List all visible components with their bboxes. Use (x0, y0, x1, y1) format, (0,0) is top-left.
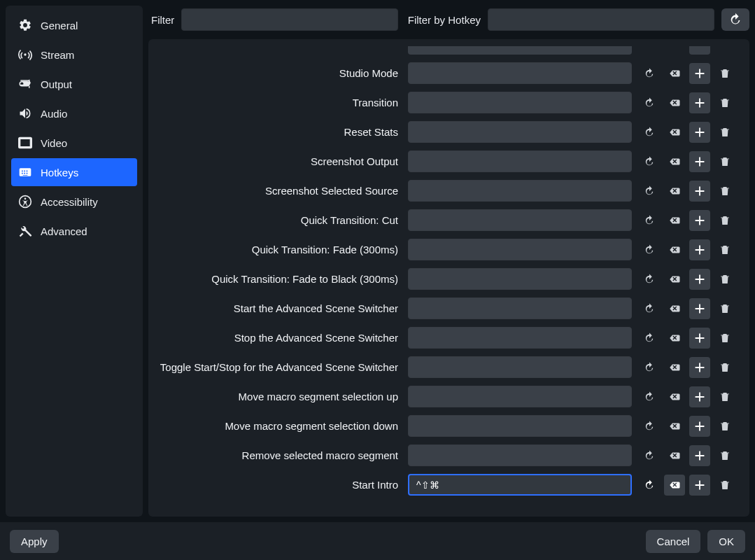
hotkey-scroll[interactable]: Studio ModeTransitionReset StatsScreensh… (160, 46, 745, 510)
remove-hotkey-button[interactable] (714, 416, 735, 437)
hotkey-input[interactable] (408, 209, 632, 231)
add-hotkey-button[interactable] (689, 386, 710, 407)
add-hotkey-button[interactable] (689, 239, 710, 260)
clear-hotkey-button[interactable] (664, 239, 685, 260)
revert-hotkey-button[interactable] (639, 181, 660, 202)
remove-hotkey-button[interactable] (714, 445, 735, 466)
clear-hotkey-button[interactable] (664, 151, 685, 172)
revert-hotkey-button[interactable] (639, 357, 660, 378)
remove-hotkey-button[interactable] (714, 239, 735, 260)
plus-icon (692, 448, 707, 463)
remove-hotkey-button[interactable] (714, 298, 735, 319)
hotkey-input[interactable] (408, 474, 632, 496)
hotkey-input-partial[interactable] (408, 46, 632, 55)
remove-hotkey-button[interactable] (714, 328, 735, 349)
add-hotkey-button[interactable] (689, 357, 710, 378)
clear-hotkey-button[interactable] (664, 386, 685, 407)
remove-hotkey-button[interactable] (714, 181, 735, 202)
add-hotkey-button[interactable] (689, 328, 710, 349)
add-hotkey-button[interactable] (689, 92, 710, 113)
revert-hotkey-button[interactable] (639, 92, 660, 113)
clear-hotkey-button[interactable] (664, 445, 685, 466)
remove-hotkey-button[interactable] (714, 151, 735, 172)
revert-hotkey-button[interactable] (639, 63, 660, 84)
revert-hotkey-button[interactable] (639, 269, 660, 290)
add-hotkey-button[interactable] (689, 445, 710, 466)
hotkey-row: Move macro segment selection up (160, 386, 735, 407)
remove-hotkey-button[interactable] (714, 210, 735, 231)
hotkey-label: Move macro segment selection up (160, 391, 401, 402)
apply-button[interactable]: Apply (10, 530, 59, 553)
clear-hotkey-button[interactable] (664, 475, 685, 496)
revert-hotkey-button[interactable] (639, 239, 660, 260)
trash-icon (719, 273, 731, 286)
hotkey-input[interactable] (408, 298, 632, 319)
undo-icon (643, 185, 656, 197)
clear-hotkey-button[interactable] (664, 122, 685, 143)
hotkey-input[interactable] (408, 121, 632, 143)
add-hotkey-button[interactable] (689, 151, 710, 172)
hotkey-input[interactable] (408, 62, 632, 84)
hotkey-input[interactable] (408, 327, 632, 349)
hotkey-input[interactable] (408, 444, 632, 466)
hotkey-input[interactable] (408, 239, 632, 260)
revert-hotkey-button[interactable] (639, 445, 660, 466)
clear-hotkey-button[interactable] (664, 92, 685, 113)
add-hotkey-button[interactable] (689, 181, 710, 202)
clear-hotkey-button[interactable] (664, 357, 685, 378)
remove-hotkey-button[interactable] (714, 357, 735, 378)
revert-hotkey-button[interactable] (639, 328, 660, 349)
filter-input[interactable] (181, 8, 397, 31)
sidebar-item-video[interactable]: Video (11, 129, 137, 157)
remove-hotkey-button[interactable] (714, 269, 735, 290)
revert-hotkey-button[interactable] (639, 151, 660, 172)
revert-hotkey-button[interactable] (639, 298, 660, 319)
add-hotkey-button[interactable] (689, 269, 710, 290)
reset-filters-button[interactable] (721, 8, 749, 31)
ok-button[interactable]: OK (707, 530, 745, 553)
backspace-icon (668, 244, 681, 256)
add-hotkey-button[interactable] (689, 210, 710, 231)
clear-hotkey-button[interactable] (664, 298, 685, 319)
sidebar-item-advanced[interactable]: Advanced (11, 217, 137, 245)
hotkey-input[interactable] (408, 92, 632, 113)
hotkey-input[interactable] (408, 386, 632, 407)
remove-hotkey-button[interactable] (714, 475, 735, 496)
hotkey-input[interactable] (408, 268, 632, 290)
hotkey-input[interactable] (408, 415, 632, 437)
clear-hotkey-button[interactable] (664, 63, 685, 84)
revert-hotkey-button[interactable] (639, 122, 660, 143)
clear-hotkey-button[interactable] (664, 181, 685, 202)
add-hotkey-button[interactable] (689, 298, 710, 319)
add-hotkey-button[interactable] (689, 122, 710, 143)
undo-icon (643, 244, 656, 256)
clear-hotkey-button[interactable] (664, 210, 685, 231)
sidebar-item-audio[interactable]: Audio (11, 99, 137, 127)
sidebar-item-stream[interactable]: Stream (11, 41, 137, 69)
sidebar-item-hotkeys[interactable]: Hotkeys (11, 158, 137, 186)
cancel-button[interactable]: Cancel (646, 530, 701, 553)
revert-hotkey-button[interactable] (639, 210, 660, 231)
sidebar-item-output[interactable]: Output (11, 70, 137, 98)
hotkey-input[interactable] (408, 150, 632, 172)
hotkey-input[interactable] (408, 180, 632, 202)
remove-hotkey-button[interactable] (714, 386, 735, 407)
revert-hotkey-button[interactable] (639, 386, 660, 407)
hotkey-input[interactable] (408, 356, 632, 378)
clear-hotkey-button[interactable] (664, 416, 685, 437)
sidebar-item-general[interactable]: General (11, 11, 137, 39)
remove-hotkey-button[interactable] (714, 122, 735, 143)
sidebar-item-accessibility[interactable]: Accessibility (11, 188, 137, 216)
sidebar-item-label: Output (41, 78, 72, 90)
filter-hotkey-input[interactable] (488, 8, 714, 31)
clear-hotkey-button[interactable] (664, 328, 685, 349)
add-hotkey-button[interactable] (689, 416, 710, 437)
clear-hotkey-button[interactable] (664, 269, 685, 290)
gear-icon (18, 18, 32, 32)
add-hotkey-button[interactable] (689, 63, 710, 84)
revert-hotkey-button[interactable] (639, 475, 660, 496)
revert-hotkey-button[interactable] (639, 416, 660, 437)
add-hotkey-button[interactable] (689, 475, 710, 496)
remove-hotkey-button[interactable] (714, 92, 735, 113)
remove-hotkey-button[interactable] (714, 63, 735, 84)
